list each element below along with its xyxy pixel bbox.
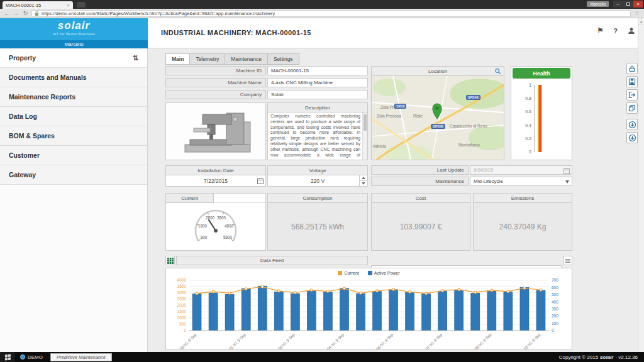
download-button[interactable] [626,119,638,130]
minimize-button[interactable]: – [613,1,623,8]
sidebar-item-gateway[interactable]: Gateway [0,165,147,185]
sidebar-item-maintenance-reports[interactable]: Maintenance Reports [0,87,147,107]
browser-user-badge: Marcello [587,1,609,7]
bookmark-star-icon[interactable]: ☆ [633,10,641,16]
download-circle-icon [628,121,636,129]
health-tick: 0.2 [520,136,531,141]
voltage-field[interactable]: 220 V [268,175,367,186]
flag-icon[interactable]: ⚑ [597,26,603,35]
sidebar-item-label: Property [9,54,36,62]
description-scroll-thumb[interactable] [364,114,367,131]
sidebar-item-label: BOM & Spares [9,132,55,140]
scroll-up-icon[interactable]: ▲ [638,18,644,25]
sidebar-item-customer[interactable]: Customer [0,146,147,165]
legend-label: Active Power [374,271,400,275]
description-text: Computer numeric controlled machining ce… [268,112,367,159]
url-text: https://demo.onsolair.com/Static/Pages/W… [42,11,275,16]
sidebar-item-label: Gateway [9,171,36,178]
taskbar-demo-item[interactable]: DEMO [20,354,43,360]
main-content: Main Telemetry Maintenance Settings Mach… [148,48,644,352]
export-excel-button[interactable] [165,256,175,265]
copy-button[interactable] [626,102,638,114]
copyright-text: Copyright © 2015 solair · v2.12.36 [559,354,638,360]
svg-text:500: 500 [552,292,558,297]
tab-telemetry[interactable]: Telemetry [189,53,225,65]
description-header: Description [268,103,367,112]
stepper-up-button[interactable] [360,175,367,180]
menu-icon [565,258,570,263]
sidebar-item-property[interactable]: Property ⇅ [0,48,147,68]
legend-item-active-power[interactable]: Active Power [368,271,400,275]
browser-tab-title: MACH-00001-15 [6,3,41,8]
svg-text:3000: 3000 [177,290,187,295]
maximize-button[interactable] [623,1,633,8]
machine-name-input[interactable]: 4-axis CNC Milling Machine [267,78,368,87]
tab-main[interactable]: Main [165,53,190,65]
map-label: Casalecchio di Reno [450,124,487,128]
stepper-down-button[interactable] [360,180,367,186]
windows-logo-icon [5,354,11,360]
browser-tabstrip: MACH-00001-15 × Marcello – × [0,0,644,9]
save-button[interactable] [626,76,638,87]
road-badge: SP546 [466,95,480,100]
sign-out-icon [628,91,636,99]
tab-maintenance[interactable]: Maintenance [225,53,268,65]
download-secondary-button[interactable] [626,132,638,143]
current-user[interactable]: Marcello [0,40,148,48]
lock-button[interactable] [626,63,638,74]
help-icon[interactable]: ? [613,27,618,35]
legend-item-current[interactable]: Current [338,271,358,275]
health-bar [538,85,542,152]
emissions-header: Emissions [474,194,572,203]
description-scrollbar[interactable] [362,112,367,160]
location-map[interactable]: Zola Predosa Zola Predosa Riale Casalecc… [372,76,504,160]
back-button[interactable]: ← [3,11,10,16]
health-tick: 0.4 [520,123,531,128]
browser-addressbar: ← → ↻ https://demo.onsolair.com/Static/P… [0,9,644,18]
forward-button[interactable]: → [13,11,19,16]
sign-out-button[interactable] [626,89,638,101]
datafeed-chart[interactable]: 0500100015002000250030003500400001002003… [166,277,572,349]
page-title: INDUSTRIAL MACHINERY: MACH-00001-15 [161,29,311,36]
emissions-value: 240.37049 Kg [499,222,547,231]
sidebar-item-data-log[interactable]: Data Log [0,107,147,126]
browser-tab[interactable]: MACH-00001-15 × [3,1,73,9]
calendar-icon[interactable] [256,177,264,185]
datafeed-menu-button[interactable] [564,256,572,265]
page-scrollbar[interactable]: ▲ [638,18,644,352]
refresh-button[interactable]: ↻ [22,11,29,16]
sidebar-item-documents[interactable]: Documents and Manuals [0,68,147,87]
tab-close-icon[interactable]: × [67,3,70,8]
maintenance-select[interactable]: Mid-Lifecycle [470,177,572,186]
emissions-body: 240.37049 Kg [474,203,572,250]
map-search-icon[interactable] [494,68,501,75]
svg-text:4800: 4800 [225,224,234,228]
user-icon[interactable] [628,27,635,35]
down-arrow-icon [362,182,365,185]
tab-settings[interactable]: Settings [267,53,299,65]
svg-text:1800: 1800 [198,224,208,228]
new-tab-button[interactable] [77,2,86,8]
cost-panel: Cost 103.99007 € [371,193,470,251]
url-field[interactable]: https://demo.onsolair.com/Static/Pages/W… [31,10,631,17]
sort-arrows-icon[interactable]: ⇅ [133,54,138,62]
company-input[interactable]: Solair [267,90,368,99]
sidebar-item-bom-spares[interactable]: BOM & Spares [0,126,147,146]
svg-text:2000: 2000 [177,303,187,307]
svg-text:600: 600 [552,285,558,290]
machine-id-input[interactable]: MACH-00001-15 [267,66,368,75]
consumption-body: 568.25175 kWh [268,203,367,250]
health-axis [534,85,535,152]
demo-label: DEMO [28,354,43,360]
installation-date-field[interactable]: 7/22/2015 [166,175,265,186]
svg-text:10:30, 9 Sep: 10:30, 9 Sep [523,332,541,349]
svg-text:100: 100 [552,321,558,326]
map-label: Montalbano [458,143,480,147]
health-panel: Health 1 0.8 0.6 0.4 0.2 0 [511,66,572,160]
svg-text:500: 500 [179,322,186,326]
close-button[interactable]: × [633,1,643,8]
svg-text:0: 0 [552,328,554,332]
start-button[interactable] [0,352,15,362]
health-tick: 1 [520,83,531,87]
datafeed-chart-panel: Current Active Power 0500100015002000250… [165,268,572,350]
